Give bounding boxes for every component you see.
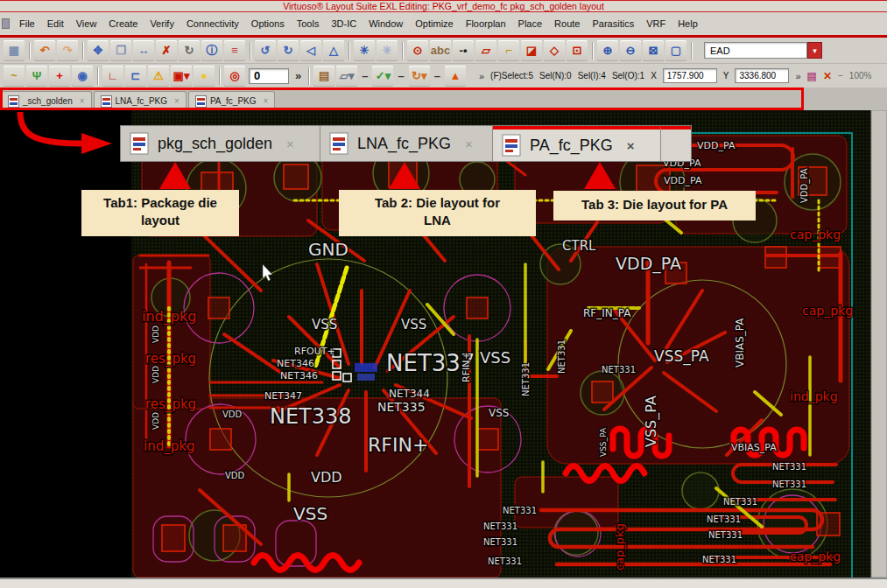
menu-item[interactable]: Create xyxy=(102,16,144,32)
menu-item[interactable]: Floorplan xyxy=(460,16,512,32)
menu-item[interactable]: Connectivity xyxy=(180,16,245,32)
zoom-out-icon[interactable]: ⊖ xyxy=(620,40,641,61)
overflow-chevron[interactable]: » xyxy=(795,71,800,81)
crosshair-icon[interactable]: + xyxy=(49,66,70,87)
workspace-value[interactable]: EAD xyxy=(704,42,807,59)
inset-tab-pa-fc-pkg[interactable]: PA_fc_PKG × xyxy=(493,126,661,161)
net-label: VSS_PA xyxy=(654,347,709,366)
net-label: RFIN+ xyxy=(461,352,472,382)
quality-dropdown[interactable]: ✓▾ xyxy=(372,66,393,87)
menu-item[interactable]: Edit xyxy=(41,16,70,32)
pan-view-icon[interactable]: ◉ xyxy=(72,66,93,87)
net-label: NET338 xyxy=(270,404,352,429)
close-tab-icon[interactable]: × xyxy=(627,138,635,153)
menu-item[interactable]: View xyxy=(70,16,103,32)
zoom-fit-icon[interactable]: ⊠ xyxy=(643,40,664,61)
redo-icon[interactable]: ↷ xyxy=(57,40,78,61)
dim-display-dropdown[interactable]: ▱▾ xyxy=(336,66,357,87)
ruler-icon[interactable]: ∟ xyxy=(102,66,123,87)
edit-in-place-icon[interactable]: ▱ xyxy=(475,40,496,61)
rotate-icon[interactable]: ↻ xyxy=(179,40,200,61)
measure-icon[interactable]: ⊏ xyxy=(125,66,146,87)
mirror-horizontal-icon[interactable]: ◁ xyxy=(300,40,321,61)
error-triangle-icon[interactable]: ▲ xyxy=(445,66,466,87)
menu-item[interactable]: VRF xyxy=(640,16,672,32)
create-label-icon[interactable]: abc xyxy=(430,40,451,61)
layout-doc-icon xyxy=(101,95,112,108)
properties-icon[interactable]: ⓘ xyxy=(201,40,222,61)
tab-pa-fc-pkg[interactable]: PA_fc_PKG × xyxy=(188,91,275,110)
x-coord-field[interactable]: 1757.900 xyxy=(663,68,717,83)
menu-item[interactable]: File xyxy=(13,16,41,32)
save-icon[interactable]: ▦ xyxy=(4,40,25,61)
close-tab-icon[interactable]: × xyxy=(286,136,294,151)
inset-tab-pkg-sch-golden[interactable]: pkg_sch_golden × xyxy=(121,126,320,161)
probe-icon[interactable]: ◎ xyxy=(224,66,245,87)
tab-lna-fc-pkg[interactable]: LNA_fc_PKG × xyxy=(94,91,187,110)
close-tab-icon[interactable]: × xyxy=(465,136,473,151)
menu-item[interactable]: Window xyxy=(363,16,409,32)
net-label: RFIN+ xyxy=(368,434,428,456)
net-label: CTRL xyxy=(562,238,596,254)
net-label: ind_pkg xyxy=(790,389,838,403)
hierarchy-tree-icon[interactable]: Ψ xyxy=(26,66,47,87)
attach-net-icon[interactable]: -• xyxy=(453,40,474,61)
net-label: NET331 xyxy=(483,522,517,531)
menu-item[interactable]: Verify xyxy=(144,16,180,32)
marker-stop-icon[interactable]: ▣▾ xyxy=(171,66,192,87)
rotate-left-icon[interactable]: ↺ xyxy=(255,40,276,61)
show-connectivity-icon[interactable]: ✳ xyxy=(354,40,375,61)
close-tab-icon[interactable]: × xyxy=(264,96,269,106)
reshape-icon[interactable]: ◇ xyxy=(544,40,565,61)
create-pin-icon[interactable]: ⊙ xyxy=(407,40,428,61)
separator xyxy=(82,42,83,60)
window-menu-icon[interactable] xyxy=(2,18,10,29)
menu-item[interactable]: 3D-IC xyxy=(325,16,363,32)
drc-error-icon[interactable]: ⚠ xyxy=(148,66,169,87)
zoom-in-icon[interactable]: ⊕ xyxy=(597,40,618,61)
select-by-net-icon[interactable]: ⊡ xyxy=(567,40,588,61)
display-palette-icon[interactable]: ▤ xyxy=(313,66,334,87)
partial-select-icon[interactable]: ◪ xyxy=(521,40,542,61)
menu-item[interactable]: Place xyxy=(512,16,549,32)
copy-icon[interactable]: ❐ xyxy=(110,40,131,61)
net-label: VDD_PA xyxy=(697,140,736,151)
align-icon[interactable]: ≡ xyxy=(224,40,245,61)
net-label: VSS_PA xyxy=(599,427,608,457)
menu-item[interactable]: Tools xyxy=(291,16,326,32)
move-icon[interactable]: ✥ xyxy=(88,40,109,61)
layout-canvas[interactable]: GNDVSSVSSRFOUT+NET346NET346NET347NET338N… xyxy=(0,110,887,578)
net-label: NET331 xyxy=(707,514,741,524)
mirror-vertical-icon[interactable]: △ xyxy=(323,40,344,61)
workspace-combo[interactable]: EAD ▾ xyxy=(704,42,822,59)
close-tab-icon[interactable]: × xyxy=(80,96,85,106)
dash-separator: – xyxy=(394,70,407,81)
menu-item[interactable]: Options xyxy=(245,16,291,32)
probe-count-field[interactable]: 0 xyxy=(249,68,289,84)
overflow-chevron[interactable]: » xyxy=(292,70,305,81)
redraw-icon[interactable]: ▢ xyxy=(665,40,686,61)
layer-editor-icon[interactable]: ▤ xyxy=(807,70,817,82)
menu-item[interactable]: Parasitics xyxy=(586,16,640,32)
purge-icon[interactable]: ✕ xyxy=(823,70,832,82)
hide-connectivity-icon[interactable]: ✳ xyxy=(377,40,398,61)
highlight-bulb-icon[interactable]: ● xyxy=(194,66,215,87)
close-tab-icon[interactable]: × xyxy=(174,96,180,106)
menu-item[interactable]: Optimize xyxy=(409,16,459,32)
menu-item[interactable]: Help xyxy=(672,16,704,32)
zoom-minus[interactable]: − xyxy=(838,71,843,80)
undo-icon[interactable]: ↶ xyxy=(34,40,55,61)
workspace-dropdown-button[interactable]: ▾ xyxy=(807,42,822,59)
overflow-chevron[interactable]: » xyxy=(479,71,484,81)
menu-item[interactable]: Route xyxy=(548,16,586,32)
inset-tab-lna-fc-pkg[interactable]: LNA_fc_PKG × xyxy=(320,126,493,161)
refresh-dropdown[interactable]: ↻▾ xyxy=(409,66,430,87)
flight-line-icon[interactable]: ~ xyxy=(4,66,25,87)
net-label: NET335 xyxy=(377,400,426,414)
rotate-right-icon[interactable]: ↻ xyxy=(278,40,299,61)
stretch-icon[interactable]: ↔ xyxy=(133,40,154,61)
tab-pkg-sch-golden[interactable]: _sch_golden × xyxy=(1,91,92,110)
y-coord-field[interactable]: 3336.800 xyxy=(735,68,789,83)
delete-icon[interactable]: ✗ xyxy=(156,40,177,61)
wire-editor-icon[interactable]: ⌐ xyxy=(498,40,519,61)
